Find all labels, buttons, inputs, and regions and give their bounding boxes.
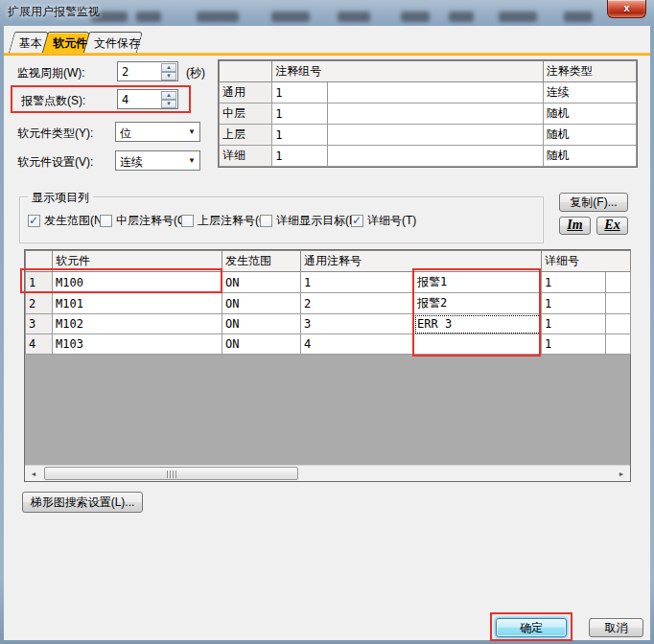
device-type-combo[interactable]: 位 ▼ (115, 122, 200, 142)
device-cell[interactable]: M103 (53, 334, 222, 355)
scrollbar-thumb[interactable] (44, 467, 298, 480)
group-no-cell[interactable]: 1 (272, 104, 328, 125)
spin-up-button[interactable]: ▲ (161, 91, 176, 100)
scroll-left-icon[interactable]: ◄ (26, 467, 41, 481)
device-setting-combo[interactable]: 连续 ▼ (115, 150, 200, 171)
extra-cell[interactable] (606, 334, 631, 355)
ladder-search-settings-button[interactable]: 梯形图搜索设置(L)... (22, 492, 143, 513)
tab-file-save[interactable]: 文件保存 (83, 32, 143, 53)
tab-label: 软元件 (46, 33, 86, 52)
type-cell[interactable]: 随机 (543, 104, 636, 125)
comment-no-cell[interactable]: 1 (301, 272, 414, 293)
row-label: 通用 (220, 82, 272, 104)
comment-no-cell[interactable]: 3 (301, 314, 414, 334)
dialog-client-area: 基本 软元件 文件保存 监视周期(W): 2 ▲ ▼ (秒) 报警点数(S): … (4, 26, 650, 640)
cancel-button[interactable]: 取消 (589, 618, 643, 637)
copy-button[interactable]: 复制(F)... (559, 193, 628, 212)
scroll-right-icon[interactable]: ► (614, 467, 629, 481)
up-arrow-icon: ▲ (166, 64, 172, 70)
titlebar[interactable]: 扩展用户报警监视 (0, 0, 654, 26)
titlebar-glass-artifact (197, 12, 239, 22)
detail-no-cell[interactable]: 1 (542, 334, 606, 355)
group-no-cell[interactable]: 1 (272, 125, 328, 146)
checkbox-middle-comment-no[interactable]: ✓ 中层注释号(C) (100, 214, 190, 227)
detail-no-cell[interactable]: 1 (542, 272, 606, 293)
range-cell[interactable]: ON (222, 314, 301, 334)
detail-no-cell[interactable]: 1 (542, 293, 606, 314)
checkbox-occurrence-range[interactable]: ✓ 发生范围(N) (28, 214, 106, 227)
import-button[interactable]: Im (559, 217, 591, 235)
monitor-cycle-value[interactable]: 2 (122, 65, 128, 79)
range-cell[interactable]: ON (222, 272, 301, 293)
row-number-cell[interactable]: 2 (26, 293, 53, 314)
dialog-window: 扩展用户报警监视 x 基本 软元件 文件保存 监视周期(W): 2 ▲ ▼ (秒… (0, 0, 654, 644)
group-name-cell[interactable] (328, 104, 544, 125)
extra-cell[interactable] (606, 272, 631, 293)
device-cell[interactable]: M102 (53, 314, 222, 334)
checkbox-box[interactable]: ✓ (181, 215, 194, 227)
type-cell[interactable]: 随机 (543, 125, 636, 146)
checkbox-label: 发生范围(N) (44, 213, 106, 229)
type-cell[interactable]: 连续 (543, 82, 636, 104)
tab-device[interactable]: 软元件 (42, 32, 90, 53)
checkbox-upper-comment-no[interactable]: ✓ 上层注释号(O) (181, 214, 271, 227)
table-row[interactable]: 详细 1 随机 (220, 146, 637, 167)
comment-no-cell[interactable]: 2 (301, 293, 414, 314)
device-cell[interactable]: M101 (53, 293, 222, 314)
spin-up-button[interactable]: ▲ (161, 63, 176, 72)
table-row[interactable]: 上层 1 随机 (220, 125, 637, 146)
row-label: 中层 (220, 104, 272, 125)
comment-cell[interactable] (414, 334, 542, 355)
chevron-down-icon[interactable]: ▼ (188, 127, 196, 136)
checkbox-detail-display-target[interactable]: ✓ 详细显示目标(E) (260, 214, 361, 227)
table-row[interactable]: 3 M102 ON 3 ERR 3 1 (26, 314, 631, 334)
row-number-cell[interactable]: 1 (26, 272, 53, 293)
titlebar-glass-artifact (338, 12, 370, 22)
range-cell[interactable]: ON (222, 334, 301, 355)
titlebar-glass-artifact (499, 12, 537, 22)
comment-cell[interactable]: 报警2 (414, 293, 542, 314)
comment-cell[interactable]: 报警1 (414, 272, 542, 293)
ok-button[interactable]: 确定 (496, 618, 567, 637)
group-no-cell[interactable]: 1 (272, 82, 328, 104)
detail-no-cell[interactable]: 1 (542, 314, 606, 334)
chevron-down-icon[interactable]: ▼ (188, 156, 196, 165)
down-arrow-icon: ▼ (166, 73, 172, 79)
row-number-cell[interactable]: 3 (26, 314, 53, 334)
checkbox-box[interactable]: ✓ (28, 215, 40, 227)
comment-cell-focused[interactable]: ERR 3 (414, 314, 542, 334)
table-row[interactable]: 中层 1 随机 (220, 104, 637, 125)
close-button[interactable]: x (607, 0, 646, 18)
horizontal-scrollbar[interactable]: ◄ ► (25, 465, 630, 481)
range-cell[interactable]: ON (222, 293, 301, 314)
table-row[interactable]: 4 M103 ON 4 1 (26, 334, 631, 355)
table-row[interactable]: 通用 1 连续 (220, 82, 637, 104)
export-button[interactable]: Ex (596, 217, 628, 235)
extra-cell[interactable] (606, 314, 631, 334)
row-label: 详细 (220, 146, 272, 167)
checkbox-label: 详细号(T) (367, 213, 416, 229)
checkbox-detail-no[interactable]: ✓ 详细号(T) (351, 214, 416, 227)
spin-down-button[interactable]: ▼ (161, 72, 176, 80)
checkbox-box[interactable]: ✓ (260, 215, 272, 227)
device-cell[interactable]: M100 (53, 272, 222, 293)
checkbox-box[interactable]: ✓ (100, 215, 112, 227)
monitor-cycle-spinner[interactable]: 2 ▲ ▼ (117, 61, 178, 81)
alarm-points-value[interactable]: 4 (122, 93, 128, 106)
group-name-cell[interactable] (328, 125, 544, 146)
type-cell[interactable]: 随机 (543, 146, 636, 167)
group-name-cell[interactable] (328, 146, 544, 167)
row-number-cell[interactable]: 4 (26, 334, 53, 355)
table-row[interactable]: 2 M101 ON 2 报警2 1 (26, 293, 631, 314)
extra-cell[interactable] (606, 293, 631, 314)
spin-down-button[interactable]: ▼ (161, 100, 176, 108)
device-type-value: 位 (120, 126, 131, 142)
alarm-points-spinner[interactable]: 4 ▲ ▼ (117, 89, 178, 109)
device-setting-value: 连续 (120, 154, 143, 171)
group-name-cell[interactable] (328, 82, 544, 104)
comment-no-cell[interactable]: 4 (301, 334, 414, 355)
checkbox-box[interactable]: ✓ (351, 215, 363, 227)
table-row[interactable]: 1 M100 ON 1 报警1 1 (26, 272, 631, 293)
comment-group-table: 注释组号 注释类型 通用 1 连续 中层 1 随机 上层 1 (218, 59, 638, 168)
group-no-cell[interactable]: 1 (272, 146, 328, 167)
